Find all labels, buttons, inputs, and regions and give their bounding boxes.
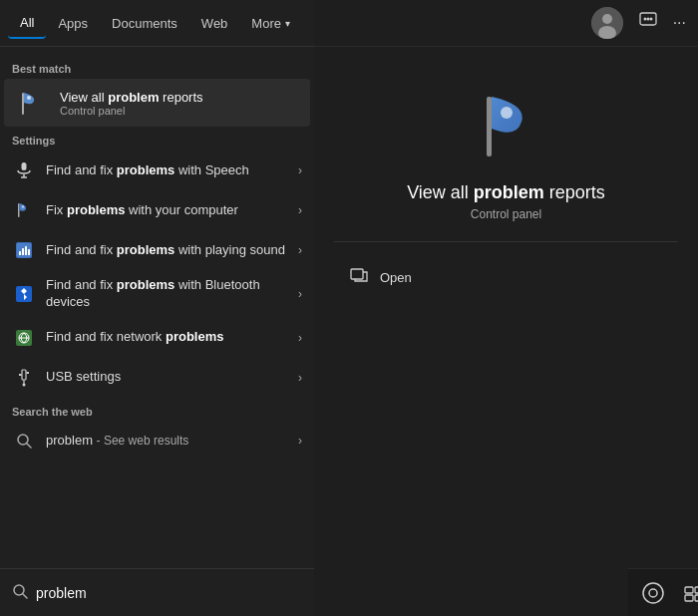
- svg-rect-2: [22, 162, 27, 170]
- settings-item-computer-text: Fix problems with your computer: [46, 202, 288, 219]
- tab-more[interactable]: More ▾: [239, 7, 302, 39]
- svg-rect-11: [25, 246, 27, 255]
- action-list: Open: [334, 258, 678, 296]
- mic-icon: [12, 158, 36, 182]
- settings-item-network[interactable]: Find and fix network problems ›: [0, 318, 314, 358]
- svg-rect-42: [685, 595, 693, 601]
- tabs-bar: All Apps Documents Web More ▾: [0, 0, 314, 47]
- taskbar: WSA: [628, 568, 698, 616]
- best-match-label: Best match: [0, 55, 314, 79]
- svg-point-39: [649, 589, 657, 597]
- svg-rect-35: [487, 97, 492, 156]
- svg-point-36: [501, 107, 513, 119]
- right-content: View all problem reports Control panel O…: [314, 47, 698, 616]
- tab-apps[interactable]: Apps: [46, 7, 100, 39]
- svg-point-34: [649, 18, 652, 21]
- settings-item-sound-text: Find and fix problems with playing sound: [46, 242, 288, 259]
- chevron-right-icon-4: ›: [298, 287, 302, 301]
- search-web-item[interactable]: problem - See web results ›: [0, 422, 314, 460]
- svg-point-33: [646, 18, 649, 21]
- svg-rect-23: [27, 372, 29, 374]
- right-title: View all problem reports: [407, 182, 605, 203]
- sound-icon: [12, 238, 36, 262]
- open-action[interactable]: Open: [342, 258, 670, 296]
- taskbar-search[interactable]: [636, 575, 669, 611]
- chevron-down-icon: ▾: [285, 18, 290, 29]
- settings-label: Settings: [0, 127, 314, 151]
- avatar[interactable]: [591, 7, 623, 39]
- search-web-text: problem - See web results: [46, 433, 288, 448]
- feedback-icon[interactable]: [639, 12, 657, 34]
- best-match-subtitle: Control panel: [60, 105, 298, 117]
- svg-line-25: [27, 444, 31, 448]
- svg-point-1: [27, 96, 31, 100]
- right-subtitle: Control panel: [471, 207, 541, 221]
- search-bar: [0, 568, 314, 616]
- search-web-icon: [12, 429, 36, 453]
- svg-rect-17: [22, 370, 26, 380]
- svg-rect-9: [19, 251, 21, 255]
- svg-rect-10: [22, 248, 24, 255]
- open-label: Open: [380, 270, 412, 285]
- svg-rect-5: [18, 203, 20, 217]
- svg-rect-12: [28, 249, 30, 255]
- tab-documents[interactable]: Documents: [100, 7, 189, 39]
- best-match-title: View all problem reports: [60, 90, 298, 105]
- flag-icon: [18, 89, 46, 117]
- search-input[interactable]: [36, 585, 302, 601]
- settings-item-bluetooth[interactable]: Find and fix problems with Bluetooth dev…: [0, 270, 314, 318]
- svg-rect-0: [22, 93, 24, 115]
- right-panel: ··· View all proble: [314, 0, 698, 616]
- svg-point-32: [643, 18, 646, 21]
- more-options-icon[interactable]: ···: [673, 14, 686, 32]
- settings-item-bluetooth-text: Find and fix problems with Bluetooth dev…: [46, 277, 288, 311]
- settings-item-usb-text: USB settings: [46, 369, 288, 386]
- svg-point-29: [602, 14, 612, 24]
- svg-point-19: [23, 383, 26, 386]
- settings-item-computer[interactable]: Fix problems with your computer ›: [0, 190, 314, 230]
- search-web-label: Search the web: [0, 398, 314, 422]
- settings-item-speech[interactable]: Find and fix problems with Speech ›: [0, 151, 314, 190]
- chevron-right-icon-6: ›: [298, 371, 302, 385]
- svg-rect-37: [351, 269, 363, 279]
- chevron-right-web-icon: ›: [298, 434, 302, 448]
- settings-item-speech-text: Find and fix problems with Speech: [46, 162, 288, 179]
- network-icon: [12, 326, 36, 350]
- settings-item-usb[interactable]: USB settings ›: [0, 358, 314, 398]
- chevron-right-icon-5: ›: [298, 331, 302, 345]
- usb-icon: [12, 366, 36, 390]
- problem-reports-icon: [16, 87, 48, 119]
- flag-small-icon: [12, 198, 36, 222]
- chevron-right-icon-3: ›: [298, 243, 302, 257]
- search-results: Best match View all problem reports: [0, 47, 314, 568]
- open-icon: [350, 266, 368, 288]
- svg-point-6: [22, 205, 25, 208]
- chevron-right-icon: ›: [298, 163, 302, 177]
- bluetooth-icon: [12, 282, 36, 306]
- svg-line-27: [23, 594, 27, 598]
- svg-point-38: [643, 583, 663, 603]
- tab-all[interactable]: All: [8, 7, 46, 39]
- taskbar-task-view[interactable]: [677, 575, 698, 611]
- settings-item-sound[interactable]: Find and fix problems with playing sound…: [0, 230, 314, 270]
- best-match-item[interactable]: View all problem reports Control panel: [4, 79, 310, 127]
- tab-web[interactable]: Web: [189, 7, 240, 39]
- search-icon: [12, 583, 28, 602]
- big-flag-icon: [467, 87, 546, 166]
- svg-rect-22: [19, 374, 21, 376]
- best-match-text: View all problem reports Control panel: [60, 90, 298, 117]
- svg-rect-40: [685, 587, 693, 593]
- chevron-right-icon-2: ›: [298, 203, 302, 217]
- divider: [334, 241, 678, 242]
- left-panel: All Apps Documents Web More ▾ Best match: [0, 0, 314, 616]
- settings-item-network-text: Find and fix network problems: [46, 329, 288, 346]
- right-topbar: ···: [314, 0, 698, 47]
